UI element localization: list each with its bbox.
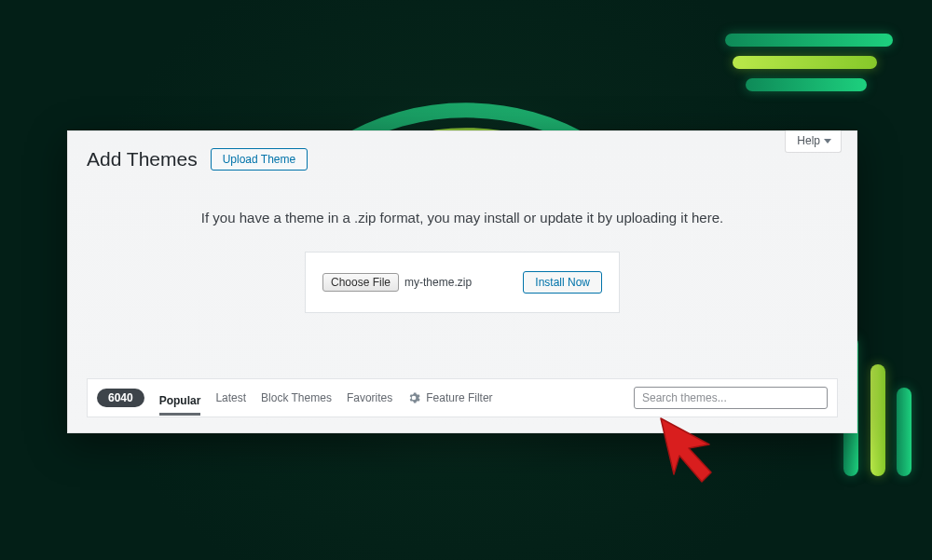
filter-bar: 6040 Popular Latest Block Themes Favorit… <box>87 378 838 417</box>
page-title: Add Themes <box>87 148 198 171</box>
upload-instruction: If you have a theme in a .zip format, yo… <box>87 210 838 225</box>
upload-theme-button[interactable]: Upload Theme <box>211 148 308 171</box>
search-input[interactable] <box>634 387 828 409</box>
help-tab[interactable]: Help <box>785 130 842 153</box>
help-label: Help <box>797 134 820 147</box>
tab-block-themes[interactable]: Block Themes <box>261 386 332 410</box>
selected-file-name: my-theme.zip <box>404 276 472 289</box>
tab-latest[interactable]: Latest <box>215 386 246 410</box>
tab-favorites[interactable]: Favorites <box>347 386 392 410</box>
tab-popular[interactable]: Popular <box>159 389 201 416</box>
chevron-down-icon <box>824 139 831 143</box>
choose-file-button[interactable]: Choose File <box>322 273 399 292</box>
feature-filter-button[interactable]: Feature Filter <box>407 391 492 404</box>
panel-header: Add Themes Upload Theme <box>87 148 838 171</box>
feature-filter-label: Feature Filter <box>426 391 492 404</box>
install-now-button[interactable]: Install Now <box>523 271 602 294</box>
add-themes-panel: Help Add Themes Upload Theme If you have… <box>67 130 857 433</box>
file-chooser: Choose File my-theme.zip <box>322 273 472 292</box>
accent-bars-top-right <box>725 24 893 101</box>
upload-box: Choose File my-theme.zip Install Now <box>305 252 620 313</box>
theme-count-badge: 6040 <box>97 389 144 407</box>
gear-icon <box>407 391 420 404</box>
